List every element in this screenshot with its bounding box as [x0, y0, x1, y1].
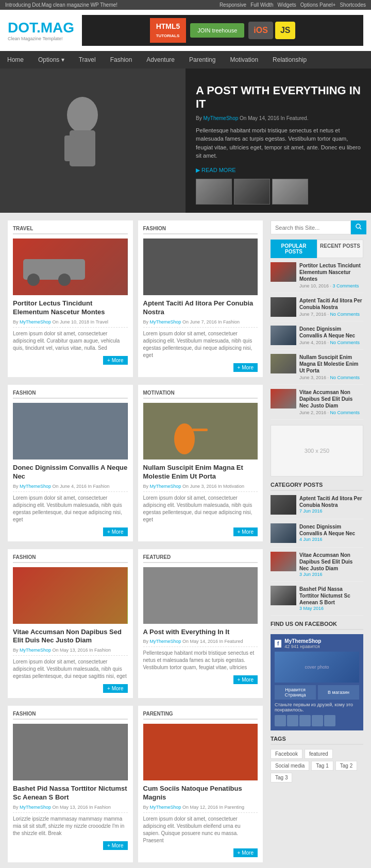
logo-dot: DOT.	[8, 20, 41, 36]
popular-post-img-3	[271, 326, 296, 345]
popular-post-title-5[interactable]: Vitae Accumsan Non Dapibus Sed Elit Duis…	[299, 389, 363, 409]
post-img-woman	[143, 239, 258, 295]
navigation: Home Options ▾ Travel Fashion Adventure …	[0, 51, 371, 69]
post-title-parenting[interactable]: Cum Sociis Natoque Penatibus Magnis	[143, 785, 258, 802]
post-row-2: FASHION Donec Dignissim Convallis A Nequ…	[8, 385, 263, 541]
category-post-date-1: 7 Jun 2016	[299, 508, 363, 514]
tag-1[interactable]: Tag 1	[311, 761, 333, 771]
more-btn-travel[interactable]: + More	[103, 356, 127, 365]
post-title-featured[interactable]: A Post with Everything In It	[143, 628, 258, 637]
more-btn-featured[interactable]: + More	[233, 675, 258, 684]
post-title-fashion-2[interactable]: Donec Dignissim Convallis A Neque Nec	[13, 464, 128, 481]
facebook-shop-btn[interactable]: В магазин	[318, 685, 359, 700]
tag-featured[interactable]: featured	[305, 749, 333, 759]
more-btn-parenting[interactable]: + More	[233, 848, 258, 857]
category-post-title-1[interactable]: Aptent Taciti Ad litora Per Conubia Nost…	[299, 495, 363, 508]
facebook-box: f MyThemeShop 42 941 нравится cover phot…	[271, 634, 363, 730]
post-title-fashion-1[interactable]: Aptent Taciti Ad litora Per Conubia Nost…	[143, 299, 258, 317]
fb-avatar-4	[312, 715, 323, 726]
popular-post-title-2[interactable]: Aptent Taciti Ad litora Per Conubia Nost…	[299, 297, 363, 311]
facebook-cover-image: cover photo	[275, 652, 359, 683]
popular-post-title-4[interactable]: Nullam Suscipit Enim Magna Et Molestie E…	[299, 354, 363, 374]
svg-point-19	[356, 224, 360, 228]
post-category-motivation: MOTIVATION	[143, 390, 258, 399]
post-tabs: POPULAR POSTS RECENT POSTS	[271, 240, 363, 258]
facebook-text: Станьте первым из друзей, кому это понра…	[275, 702, 359, 712]
search-button[interactable]	[351, 220, 366, 234]
post-excerpt-motivation: Lorem ipsum dolor sit amet, consectetuer…	[143, 495, 258, 523]
tags-list: Facebook featured Social media Tag 1 Tag…	[271, 749, 363, 782]
popular-post-meta-2: June 7, 2016 · No Comments	[299, 312, 363, 317]
post-motivation: MOTIVATION Nullam Suscipit Enim Magna Et…	[138, 385, 263, 541]
svg-rect-17	[13, 724, 128, 780]
nav-item-fashion[interactable]: Fashion	[103, 51, 140, 69]
more-btn-fashion-2[interactable]: + More	[103, 527, 127, 536]
category-post-img-3	[271, 552, 296, 571]
category-post-3: Vitae Accumsan Non Dapibus Sed Elit Duis…	[271, 552, 363, 582]
post-excerpt-fashion-1: Lorem ipsum dolor sit amet, consectetuer…	[143, 330, 258, 359]
facebook-like-btn[interactable]: Нравится Страница	[275, 685, 316, 700]
nav-item-options[interactable]: Options ▾	[31, 51, 72, 69]
more-btn-fashion-4[interactable]: + More	[103, 841, 127, 850]
post-title-travel[interactable]: Portitor Lectus Tincidunt Elementum Nasc…	[13, 299, 128, 317]
nav-item-home[interactable]: Home	[0, 51, 31, 69]
post-img-dance	[143, 724, 258, 780]
category-post-title-2[interactable]: Donec Dignissim Convallis A Neque Nec	[299, 523, 363, 537]
tag-2[interactable]: Tag 2	[335, 761, 357, 771]
nav-item-adventure[interactable]: Adventure	[139, 51, 182, 69]
tag-social-media[interactable]: Social media	[271, 761, 309, 771]
tag-facebook[interactable]: Facebook	[271, 749, 302, 759]
post-author-motivation: By MyThemeShop On June 3, 2016 In Motiva…	[143, 484, 258, 492]
post-featured: FEATURED A Post with Everything In It By…	[138, 549, 263, 699]
post-excerpt-fashion-3: Lorem ipsum dolor sit amet, consectetuer…	[13, 658, 128, 680]
svg-point-8	[27, 274, 40, 286]
logo[interactable]: DOT.MAG	[8, 20, 74, 36]
category-post-title-4[interactable]: Bashet Pid Nassa Torttitor Nictumst Sc A…	[299, 586, 363, 606]
post-excerpt-fashion-4: Lorizzle ipsizzle mammasay mammasy mamma…	[13, 815, 128, 837]
post-fashion-2: FASHION Donec Dignissim Convallis A Nequ…	[8, 385, 133, 541]
post-img-train	[13, 239, 128, 295]
hero-thumb-1[interactable]	[196, 179, 232, 205]
post-author-fashion-1: By MyThemeShop On June 7, 2016 In Fashio…	[143, 319, 258, 328]
tags-title: Tags	[271, 736, 363, 745]
post-img-watering	[143, 403, 258, 459]
popular-post-title-3[interactable]: Donec Dignissim Convallis A Neque Nec	[299, 326, 363, 339]
post-title-fashion-3[interactable]: Vitae Accumsan Non Dapibus Sed Elit Duis…	[13, 628, 128, 645]
post-img-building	[13, 403, 128, 459]
logo-mag: MAG	[41, 20, 74, 36]
svg-rect-16	[143, 567, 258, 624]
nav-item-parenting[interactable]: Parenting	[182, 51, 223, 69]
post-title-motivation[interactable]: Nullam Suscipit Enim Magna Et Molestie E…	[143, 464, 258, 481]
post-row-4: FASHION Bashet Pid Nassa Torttitor Nictu…	[8, 706, 263, 862]
nav-item-travel[interactable]: Travel	[72, 51, 103, 69]
tag-3[interactable]: Tag 3	[271, 773, 292, 782]
post-img-baby	[143, 567, 258, 624]
tab-recent[interactable]: RECENT POSTS	[317, 240, 363, 258]
nav-item-motivation[interactable]: Motivation	[223, 51, 265, 69]
category-post-title-3[interactable]: Vitae Accumsan Non Dapibus Sed Elit Duis…	[299, 552, 363, 572]
popular-post-title-1[interactable]: Portitor Lectus Tincidunt Elementum Nasc…	[299, 262, 363, 282]
tab-popular[interactable]: POPULAR POSTS	[271, 240, 317, 258]
post-category-featured: FEATURED	[143, 554, 258, 563]
popular-post-img-5	[271, 389, 296, 409]
post-img-shoe	[13, 724, 128, 780]
hero-thumb-2[interactable]	[234, 179, 270, 205]
more-btn-fashion-1[interactable]: + More	[233, 363, 258, 372]
hero-thumb-3[interactable]	[272, 179, 308, 205]
post-author-fashion-3: By MyThemeShop On May 13, 2016 In Fashio…	[13, 648, 128, 656]
svg-rect-11	[13, 403, 128, 459]
banner-treehouse: JOIN treehouse	[190, 23, 244, 38]
post-title-fashion-4[interactable]: Bashet Pid Nassa Torttitor Nictumst Sc A…	[13, 785, 128, 802]
hero-image	[0, 69, 185, 213]
hero-readmore[interactable]: READ MORE	[196, 167, 236, 173]
nav-item-relationship[interactable]: Relationship	[265, 51, 314, 69]
popular-post-3: Donec Dignissim Convallis A Neque Nec Ju…	[271, 326, 363, 350]
banner-ios: iOS	[248, 22, 273, 39]
more-btn-fashion-3[interactable]: + More	[103, 684, 127, 693]
header-banner[interactable]: HTML5TUTORIALS JOIN treehouse iOS JS	[82, 15, 363, 46]
post-fashion-4: FASHION Bashet Pid Nassa Torttitor Nictu…	[8, 706, 133, 862]
fb-avatar-5	[324, 715, 335, 726]
category-post-img-4	[271, 586, 296, 605]
more-btn-motivation[interactable]: + More	[233, 527, 258, 536]
search-input[interactable]	[271, 220, 351, 234]
